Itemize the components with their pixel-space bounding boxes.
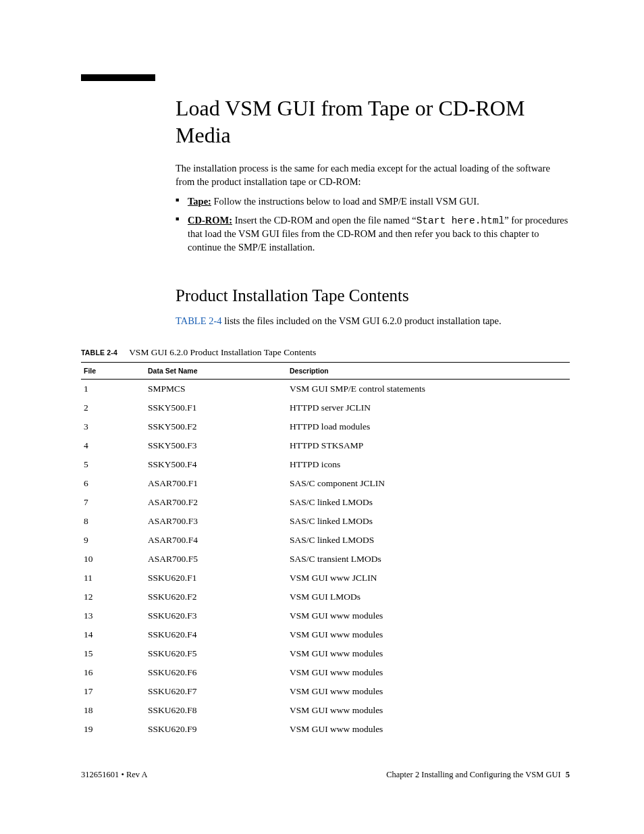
list-item-tape: Tape: Follow the instructions below to l… xyxy=(176,195,570,209)
table-cell: SAS/C component JCLIN xyxy=(287,474,570,493)
table-cell: SSKU620.F1 xyxy=(145,569,287,588)
table-cell: 5 xyxy=(81,455,145,474)
table-cell: 19 xyxy=(81,720,145,739)
table-cell: SSKU620.F7 xyxy=(145,682,287,701)
table-cell: SAS/C linked LMODS xyxy=(287,531,570,550)
table-row: 15SSKU620.F5VSM GUI www modules xyxy=(81,644,570,663)
cdrom-label: CD-ROM: xyxy=(188,215,232,226)
table-cell: 12 xyxy=(81,588,145,606)
table-cell: SSKU620.F5 xyxy=(145,644,287,663)
table-cell: SMPMCS xyxy=(145,379,287,398)
subheading-intro: TABLE 2-4 lists the files included on th… xyxy=(176,315,570,328)
footer-right: Chapter 2 Installing and Configuring the… xyxy=(386,770,570,780)
table-cell: 15 xyxy=(81,644,145,663)
table-cell: VSM GUI www modules xyxy=(287,701,570,720)
table-row: 7ASAR700.F2SAS/C linked LMODs xyxy=(81,493,570,512)
table-cell: VSM GUI www JCLIN xyxy=(287,569,570,588)
table-cell: HTTPD server JCLIN xyxy=(287,398,570,417)
table-row: 16SSKU620.F6VSM GUI www modules xyxy=(81,663,570,682)
page-footer: 312651601 • Rev A Chapter 2 Installing a… xyxy=(81,770,570,780)
table-caption: TABLE 2-4 VSM GUI 6.2.0 Product Installa… xyxy=(81,347,570,358)
table-cell: SAS/C transient LMODs xyxy=(287,550,570,569)
table-cell: VSM GUI SMP/E control statements xyxy=(287,379,570,398)
table-cell: 14 xyxy=(81,625,145,644)
table-row: 9ASAR700.F4SAS/C linked LMODS xyxy=(81,531,570,550)
table-row: 13SSKU620.F3VSM GUI www modules xyxy=(81,606,570,625)
table-row: 2SSKY500.F1HTTPD server JCLIN xyxy=(81,398,570,417)
table-cell: 3 xyxy=(81,417,145,436)
table-row: 17SSKU620.F7VSM GUI www modules xyxy=(81,682,570,701)
table-row: 5SSKY500.F4HTTPD icons xyxy=(81,455,570,474)
footer-page-number: 5 xyxy=(566,770,570,779)
table-cell: VSM GUI www modules xyxy=(287,606,570,625)
table-cell: SSKU620.F4 xyxy=(145,625,287,644)
table-reference-link[interactable]: TABLE 2-4 xyxy=(176,315,222,326)
table-cell: 11 xyxy=(81,569,145,588)
media-list: Tape: Follow the instructions below to l… xyxy=(176,195,570,254)
table-cell: VSM GUI www modules xyxy=(287,663,570,682)
section-subheading: Product Installation Tape Contents xyxy=(176,286,570,305)
section-bar xyxy=(81,74,155,81)
table-cell: VSM GUI www modules xyxy=(287,720,570,739)
table-cell: SSKU620.F6 xyxy=(145,663,287,682)
table-cell: 9 xyxy=(81,531,145,550)
table-cell: SSKU620.F8 xyxy=(145,701,287,720)
table-caption-title: VSM GUI 6.2.0 Product Installation Tape … xyxy=(129,347,316,357)
table-caption-label: TABLE 2-4 xyxy=(81,348,117,357)
table-cell: ASAR700.F1 xyxy=(145,474,287,493)
table-cell: 1 xyxy=(81,379,145,398)
table-cell: SAS/C linked LMODs xyxy=(287,493,570,512)
col-dataset: Data Set Name xyxy=(145,362,287,379)
subheading-intro-text: lists the files included on the VSM GUI … xyxy=(222,315,502,326)
footer-chapter: Chapter 2 Installing and Configuring the… xyxy=(386,770,560,779)
table-cell: VSM GUI LMODs xyxy=(287,588,570,606)
table-cell: 4 xyxy=(81,436,145,455)
footer-left: 312651601 • Rev A xyxy=(81,770,147,780)
table-cell: SSKY500.F4 xyxy=(145,455,287,474)
table-cell: HTTPD load modules xyxy=(287,417,570,436)
table-cell: ASAR700.F4 xyxy=(145,531,287,550)
cdrom-filename: Start here.html xyxy=(417,215,505,226)
installation-tape-table: File Data Set Name Description 1SMPMCSVS… xyxy=(81,362,570,739)
table-cell: SSKY500.F1 xyxy=(145,398,287,417)
col-description: Description xyxy=(287,362,570,379)
tape-text: Follow the instructions below to load an… xyxy=(211,196,479,207)
table-cell: VSM GUI www modules xyxy=(287,625,570,644)
table-cell: HTTPD icons xyxy=(287,455,570,474)
table-cell: SAS/C linked LMODs xyxy=(287,512,570,531)
table-cell: 17 xyxy=(81,682,145,701)
table-cell: 6 xyxy=(81,474,145,493)
table-header-row: File Data Set Name Description xyxy=(81,362,570,379)
table-cell: SSKU620.F9 xyxy=(145,720,287,739)
table-cell: 8 xyxy=(81,512,145,531)
table-row: 14SSKU620.F4VSM GUI www modules xyxy=(81,625,570,644)
table-row: 8ASAR700.F3SAS/C linked LMODs xyxy=(81,512,570,531)
table-row: 12SSKU620.F2VSM GUI LMODs xyxy=(81,588,570,606)
cdrom-text-pre: Insert the CD-ROM and open the file name… xyxy=(232,215,417,226)
table-cell: SSKY500.F3 xyxy=(145,436,287,455)
table-row: 1SMPMCSVSM GUI SMP/E control statements xyxy=(81,379,570,398)
table-cell: ASAR700.F3 xyxy=(145,512,287,531)
table-cell: ASAR700.F5 xyxy=(145,550,287,569)
tape-label: Tape: xyxy=(188,196,211,207)
table-row: 10ASAR700.F5SAS/C transient LMODs xyxy=(81,550,570,569)
intro-paragraph: The installation process is the same for… xyxy=(176,162,570,188)
table-cell: SSKY500.F2 xyxy=(145,417,287,436)
col-file: File xyxy=(81,362,145,379)
table-cell: VSM GUI www modules xyxy=(287,682,570,701)
table-cell: SSKU620.F2 xyxy=(145,588,287,606)
page-title: Load VSM GUI from Tape or CD-ROM Media xyxy=(176,95,570,149)
table-row: 6ASAR700.F1SAS/C component JCLIN xyxy=(81,474,570,493)
table-row: 4SSKY500.F3HTTPD STKSAMP xyxy=(81,436,570,455)
table-cell: VSM GUI www modules xyxy=(287,644,570,663)
table-cell: SSKU620.F3 xyxy=(145,606,287,625)
table-cell: 13 xyxy=(81,606,145,625)
table-cell: 7 xyxy=(81,493,145,512)
table-cell: 16 xyxy=(81,663,145,682)
table-cell: HTTPD STKSAMP xyxy=(287,436,570,455)
table-row: 11SSKU620.F1VSM GUI www JCLIN xyxy=(81,569,570,588)
table-row: 3SSKY500.F2HTTPD load modules xyxy=(81,417,570,436)
table-cell: 2 xyxy=(81,398,145,417)
table-cell: ASAR700.F2 xyxy=(145,493,287,512)
table-row: 19SSKU620.F9VSM GUI www modules xyxy=(81,720,570,739)
